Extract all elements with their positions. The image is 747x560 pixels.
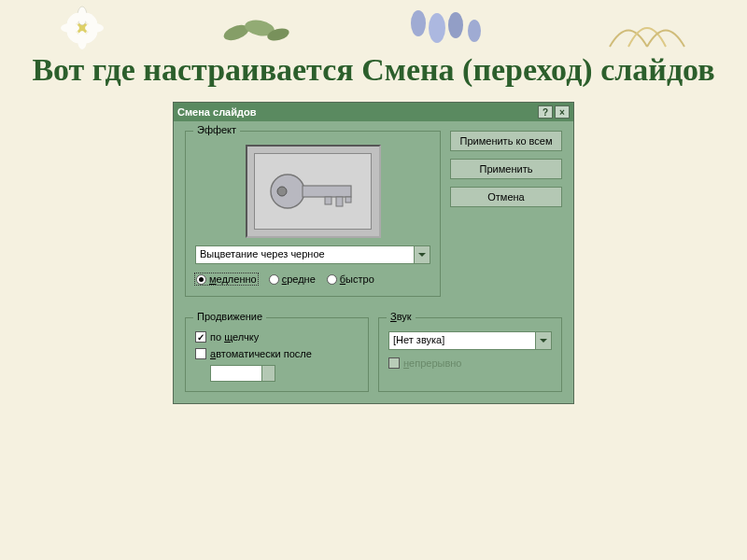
sound-group-label: Звук <box>387 311 416 322</box>
checkbox-icon: ✓ <box>195 331 206 343</box>
effect-group: Эффект Выцветание через <box>185 131 441 297</box>
svg-point-1 <box>78 7 87 25</box>
svg-point-11 <box>265 26 289 43</box>
spinner-buttons[interactable] <box>261 366 275 381</box>
on-click-label: по щелчку <box>210 331 259 343</box>
effect-combo-button[interactable] <box>414 245 430 264</box>
close-button[interactable]: × <box>555 105 570 119</box>
svg-point-13 <box>429 13 445 43</box>
svg-point-5 <box>64 10 83 29</box>
leaf-decoration <box>218 5 292 51</box>
speed-slow-label: медленно <box>209 273 257 285</box>
apply-all-button[interactable]: Применить ко всем <box>450 131 562 151</box>
svg-point-3 <box>61 23 79 33</box>
speed-fast-label: быстро <box>340 273 374 285</box>
loop-checkbox: непрерывно <box>388 357 552 369</box>
speed-medium-radio[interactable]: средне <box>269 273 316 285</box>
chevron-down-icon <box>418 253 426 257</box>
svg-point-15 <box>468 20 481 42</box>
effect-combo[interactable]: Выцветание через черное <box>195 245 430 264</box>
dialog-titlebar: Смена слайдов ? × <box>174 103 573 121</box>
svg-point-12 <box>411 10 426 36</box>
slide-transition-dialog: Смена слайдов ? × Эффект <box>173 102 574 404</box>
auto-after-input[interactable] <box>210 365 275 382</box>
svg-point-6 <box>81 27 100 46</box>
checkbox-icon <box>195 348 206 359</box>
svg-rect-21 <box>345 197 351 203</box>
wheat-decoration <box>600 5 694 51</box>
svg-point-2 <box>78 31 87 49</box>
effect-combo-value: Выцветание через черное <box>195 245 414 264</box>
svg-rect-20 <box>336 197 343 206</box>
svg-point-14 <box>448 12 463 38</box>
effect-preview <box>246 145 381 238</box>
svg-point-16 <box>271 175 304 208</box>
loop-label: непрерывно <box>403 357 461 369</box>
advance-group: Продвижение ✓ по щелчку автоматически по… <box>185 317 369 392</box>
auto-after-checkbox[interactable]: автоматически после <box>195 348 359 359</box>
svg-point-10 <box>243 18 275 37</box>
sound-group: Звук [Нет звука] непрерывно <box>378 317 562 392</box>
help-button[interactable]: ? <box>538 105 553 119</box>
svg-point-17 <box>277 187 287 196</box>
cancel-button[interactable]: Отмена <box>450 187 562 207</box>
svg-point-9 <box>221 22 250 44</box>
advance-group-label: Продвижение <box>193 311 266 322</box>
sound-combo[interactable]: [Нет звука] <box>388 331 552 350</box>
speed-radio-group: медленно средне быстро <box>195 272 430 287</box>
svg-rect-18 <box>303 186 351 197</box>
svg-point-7 <box>64 27 83 46</box>
flower-decoration-2 <box>400 5 493 51</box>
dialog-title: Смена слайдов <box>177 106 256 118</box>
flower-decoration <box>54 5 110 51</box>
sound-combo-button[interactable] <box>535 331 552 350</box>
decorative-header <box>0 0 747 56</box>
chevron-down-icon <box>540 339 547 343</box>
svg-point-4 <box>85 23 104 33</box>
svg-rect-19 <box>325 197 331 204</box>
speed-medium-label: средне <box>282 273 316 285</box>
effect-group-label: Эффект <box>193 124 240 135</box>
page-title: Вот где настраивается Смена (переход) сл… <box>19 51 728 88</box>
key-icon <box>261 163 364 219</box>
apply-button[interactable]: Применить <box>450 159 562 179</box>
svg-point-8 <box>81 10 100 29</box>
speed-slow-radio[interactable]: медленно <box>195 273 258 285</box>
speed-fast-radio[interactable]: быстро <box>327 273 374 285</box>
svg-point-0 <box>77 22 88 34</box>
on-click-checkbox[interactable]: ✓ по щелчку <box>195 331 359 343</box>
sound-combo-value: [Нет звука] <box>388 331 535 350</box>
checkbox-icon <box>388 357 400 369</box>
auto-after-label: автоматически после <box>210 348 312 359</box>
